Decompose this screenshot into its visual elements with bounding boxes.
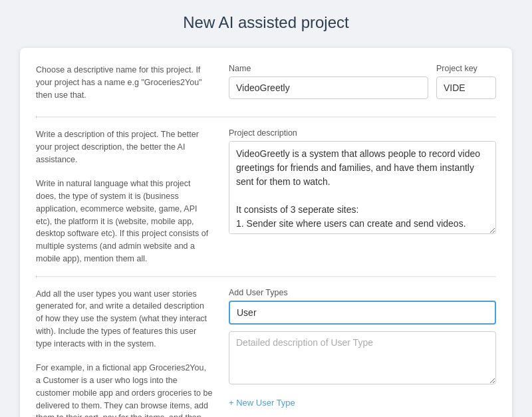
- user-type-desc-textarea[interactable]: [229, 331, 496, 384]
- add-new-user-type-link[interactable]: + New User Type: [229, 398, 295, 408]
- name-hint: Choose a descriptive name for this proje…: [36, 64, 229, 106]
- add-user-types-label: Add User Types: [229, 288, 496, 297]
- description-hint: Write a description of this project. The…: [36, 128, 229, 265]
- add-user-types-group: Add User Types: [229, 288, 496, 325]
- name-label: Name: [229, 64, 428, 73]
- description-section: Write a description of this project. The…: [36, 128, 496, 265]
- divider-1: [36, 116, 496, 118]
- user-types-hint-p1: Add all the user types you want user sto…: [36, 288, 213, 350]
- description-fields: Project description: [229, 128, 496, 265]
- project-key-field-group: Project key: [436, 64, 496, 99]
- name-field-group: Name: [229, 64, 428, 99]
- user-type-name-input[interactable]: [229, 301, 496, 325]
- divider-2: [36, 276, 496, 277]
- description-hint-p2: Write in natural language what this proj…: [36, 178, 213, 265]
- name-input[interactable]: [229, 76, 428, 99]
- page-title: New AI assisted project: [183, 13, 348, 32]
- user-type-desc-group: [229, 331, 496, 384]
- name-section: Choose a descriptive name for this proje…: [36, 64, 496, 106]
- form-container: Choose a descriptive name for this proje…: [20, 48, 512, 417]
- user-types-hint: Add all the user types you want user sto…: [36, 288, 229, 418]
- user-types-fields: Add User Types + New User Type: [229, 288, 496, 418]
- description-label: Project description: [229, 128, 496, 138]
- project-key-input[interactable]: [436, 76, 496, 99]
- description-textarea[interactable]: [229, 141, 496, 234]
- name-key-row: Name Project key: [229, 64, 496, 106]
- name-hint-text: Choose a descriptive name for this proje…: [36, 64, 213, 101]
- description-hint-p1: Write a description of this project. The…: [36, 128, 213, 166]
- project-key-label: Project key: [436, 64, 496, 73]
- name-fields: Name Project key: [229, 64, 496, 106]
- description-field-group: Project description: [229, 128, 496, 234]
- user-types-section: Add all the user types you want user sto…: [36, 288, 496, 418]
- user-types-hint-p2: For example, in a fictional app Grocerie…: [36, 362, 213, 417]
